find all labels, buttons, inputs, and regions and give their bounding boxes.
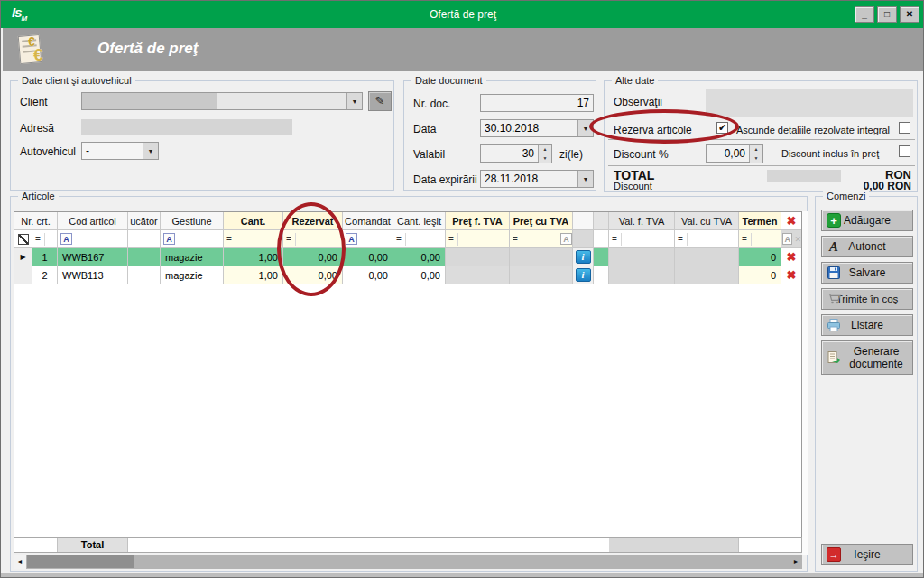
- salvare-button[interactable]: Salvare: [821, 262, 913, 284]
- cell-comandat[interactable]: 0,00: [343, 248, 393, 266]
- discount-inclus-checkbox[interactable]: [899, 145, 910, 157]
- filter-pret-f-tva[interactable]: =: [446, 230, 510, 248]
- table-row[interactable]: ▶ 1 WWB167 magazie 1,00 0,00 0,00 0,00 i…: [14, 248, 801, 266]
- scroll-left-button[interactable]: ◄: [14, 555, 26, 569]
- adresa-field[interactable]: [81, 119, 292, 135]
- cell-gestiune[interactable]: magazie: [161, 248, 224, 266]
- col-header-gestiune[interactable]: Gestiune: [161, 212, 224, 230]
- scroll-right-button[interactable]: ►: [790, 555, 802, 569]
- filter-val-f-tva[interactable]: =: [609, 230, 675, 248]
- spin-down-icon[interactable]: ▼: [539, 154, 551, 163]
- filter-termen[interactable]: =: [739, 230, 781, 248]
- col-header-cant[interactable]: Cant.: [224, 212, 283, 230]
- valabil-spin-buttons[interactable]: ▲ ▼: [538, 145, 551, 162]
- col-header-nr-crt[interactable]: Nr. crt.: [14, 212, 58, 230]
- cell-val-f-tva: [609, 266, 675, 284]
- cell-cant-iesit[interactable]: 0,00: [393, 266, 446, 284]
- cell-producator[interactable]: [128, 248, 161, 266]
- iesire-button[interactable]: → Ieşire: [821, 544, 913, 565]
- delete-row-button[interactable]: ✖: [781, 248, 801, 266]
- spin-up-icon[interactable]: ▲: [539, 145, 551, 154]
- spin-down-icon[interactable]: ▼: [750, 154, 762, 163]
- horizontal-scrollbar[interactable]: ◄ ►: [14, 555, 802, 569]
- cell-gestiune[interactable]: magazie: [161, 266, 224, 284]
- cell-nr[interactable]: 1: [32, 248, 58, 266]
- filter-nr[interactable]: =: [32, 230, 58, 248]
- expirare-dropdown-button[interactable]: ▼: [578, 171, 593, 187]
- autonet-button[interactable]: A Autonet: [821, 236, 913, 257]
- filter-clear-cell[interactable]: [14, 230, 32, 248]
- valabil-spinner[interactable]: 30 ▲ ▼: [480, 144, 552, 163]
- observatii-field[interactable]: [706, 89, 913, 117]
- info-button[interactable]: i: [576, 268, 591, 282]
- row-selector[interactable]: [14, 266, 32, 284]
- col-header-cant-iesit[interactable]: Cant. ieşit: [393, 212, 446, 230]
- col-header-cod-articol[interactable]: Cod articol: [58, 212, 128, 230]
- generare-documente-button[interactable]: Generare documente: [821, 340, 913, 375]
- discount-spinner[interactable]: 0,00 ▲ ▼: [706, 144, 763, 163]
- cell-cod[interactable]: WWB113: [58, 266, 128, 284]
- client-code-segment[interactable]: [82, 93, 217, 109]
- filter-cant-iesit[interactable]: =: [393, 230, 446, 248]
- cell-cant[interactable]: 1,00: [224, 266, 283, 284]
- client-combobox[interactable]: ▼: [81, 92, 363, 110]
- col-header-termen[interactable]: Termen: [739, 212, 781, 230]
- cell-pret-f-tva: [446, 266, 510, 284]
- close-button[interactable]: ✕: [900, 6, 919, 23]
- autovehicul-combobox[interactable]: - ▼: [81, 142, 159, 160]
- filter-gestiune[interactable]: A: [161, 230, 224, 248]
- cell-producator[interactable]: [128, 266, 161, 284]
- delete-row-button[interactable]: ✖: [781, 266, 801, 284]
- cell-nr[interactable]: 2: [32, 266, 58, 284]
- rezerva-checkbox[interactable]: ✔: [716, 122, 728, 134]
- filter-comandat[interactable]: A: [343, 230, 393, 248]
- table-row[interactable]: 2 WWB113 magazie 1,00 0,00 0,00 0,00 i 0…: [14, 266, 801, 284]
- minimize-button[interactable]: _: [855, 6, 874, 23]
- scrollbar-thumb[interactable]: [27, 555, 134, 568]
- col-header-rezervat[interactable]: Rezervat: [283, 212, 343, 230]
- col-header-pret-cu-tva[interactable]: Preţ cu TVA: [510, 212, 573, 230]
- client-dropdown-button[interactable]: ▼: [346, 93, 362, 109]
- col-header-producator[interactable]: ucător: [128, 212, 161, 230]
- check-icon: ✔: [718, 122, 726, 133]
- adaugare-button[interactable]: + Adăugare: [821, 210, 913, 231]
- filter-cant[interactable]: =: [224, 230, 283, 248]
- trimite-in-cos-button[interactable]: Trimite în coş: [821, 288, 913, 310]
- autovehicul-dropdown-button[interactable]: ▼: [143, 143, 158, 159]
- filter-producator[interactable]: [128, 230, 161, 248]
- col-header-pret-f-tva[interactable]: Preţ f. TVA: [446, 212, 510, 230]
- nr-doc-field[interactable]: 17: [480, 94, 594, 112]
- data-dropdown-button[interactable]: ▼: [578, 120, 593, 136]
- row-selector[interactable]: ▶: [14, 248, 32, 266]
- cell-rezervat[interactable]: 0,00: [283, 266, 343, 284]
- info-button[interactable]: i: [576, 250, 591, 264]
- col-header-val-cu-tva[interactable]: Val. cu TVA: [675, 212, 739, 230]
- cell-comandat[interactable]: 0,00: [343, 266, 393, 284]
- filter-pret-cu-tva[interactable]: =A: [510, 230, 573, 248]
- spin-up-icon[interactable]: ▲: [750, 145, 762, 154]
- nr-doc-label: Nr. doc.: [413, 98, 450, 110]
- printer-icon: [827, 318, 841, 332]
- cell-rezervat[interactable]: 0,00: [283, 248, 343, 266]
- vertical-scrollbar-track[interactable]: [802, 211, 808, 555]
- cell-termen[interactable]: 0: [739, 248, 781, 266]
- listare-button[interactable]: Listare: [821, 314, 913, 336]
- data-datepicker[interactable]: 30.10.2018 ▼: [480, 119, 594, 137]
- cell-cod[interactable]: WWB167: [58, 248, 128, 266]
- discount-spin-buttons[interactable]: ▲ ▼: [749, 145, 762, 162]
- filter-rezervat[interactable]: =: [283, 230, 343, 248]
- col-header-val-f-tva[interactable]: Val. f. TVA: [609, 212, 675, 230]
- cell-termen[interactable]: 0: [739, 266, 781, 284]
- col-header-comandat[interactable]: Comandat: [343, 212, 393, 230]
- total-empty-cell: [128, 538, 609, 552]
- client-name-segment[interactable]: [217, 93, 346, 109]
- maximize-button[interactable]: □: [877, 6, 897, 23]
- cell-cant-iesit[interactable]: 0,00: [393, 248, 446, 266]
- filter-val-cu-tva[interactable]: =: [675, 230, 739, 248]
- expirare-datepicker[interactable]: 28.11.2018 ▼: [480, 170, 594, 188]
- ascunde-checkbox[interactable]: [899, 122, 910, 134]
- cell-cant[interactable]: 1,00: [224, 248, 283, 266]
- col-header-info[interactable]: [573, 212, 594, 230]
- filter-cod[interactable]: A: [58, 230, 128, 248]
- edit-client-button[interactable]: ✎: [368, 91, 392, 111]
